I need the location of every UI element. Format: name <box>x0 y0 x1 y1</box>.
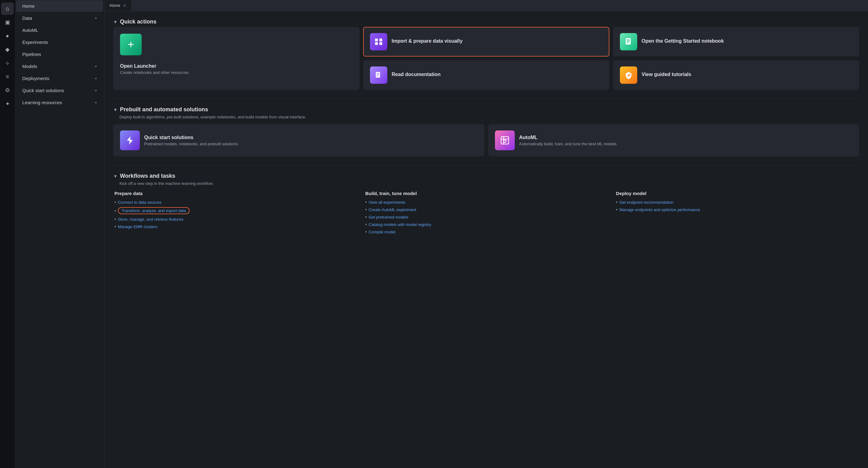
manage-endpoints-item[interactable]: Manage endpoints and optimize performanc… <box>616 207 859 212</box>
import-data-icon <box>370 33 387 51</box>
main-area: Home ✕ ▼ Quick actions + Open Launcher C… <box>104 0 868 468</box>
svg-rect-5 <box>627 40 629 40</box>
svg-rect-2 <box>375 42 378 45</box>
sidebar-item-data[interactable]: Data ▾ <box>16 12 103 24</box>
sidebar-item-home[interactable]: Home <box>16 0 103 12</box>
compile-model-item[interactable]: Compile model <box>365 229 609 234</box>
pipelines-nav-icon[interactable]: ⟡ <box>1 57 13 69</box>
quick-start-solution-card[interactable]: Quick start solutions Pretrained models,… <box>113 124 485 157</box>
deploy-model-heading: Deploy model <box>616 191 859 196</box>
quick-start-solution-desc: Pretrained models, notebooks, and prebui… <box>144 141 238 146</box>
home-nav-icon[interactable]: ⌂ <box>1 2 13 15</box>
svg-rect-1 <box>379 39 382 41</box>
build-train-col: Build, train, tune model View all experi… <box>365 191 609 237</box>
view-experiments-item[interactable]: View all experiments <box>365 200 609 205</box>
deployments-nav-icon[interactable]: ⚙ <box>1 84 13 96</box>
workflows-header: ▼ Workflows and tasks <box>113 173 859 179</box>
quick-start-solution-text: Quick start solutions Pretrained models,… <box>144 135 238 146</box>
prepare-data-col: Prepare data Connect to data sources Tra… <box>115 191 358 237</box>
svg-rect-6 <box>627 41 629 41</box>
tab-home-label: Home <box>110 3 120 8</box>
automl-solution-desc: Automatically build, train, and tune the… <box>519 141 617 146</box>
automl-solution-card[interactable]: AutoML Automatically build, train, and t… <box>488 124 859 157</box>
sidebar-item-models[interactable]: Models ▾ <box>16 61 103 72</box>
open-launcher-card[interactable]: + Open Launcher Create notebooks and oth… <box>113 27 360 90</box>
sidebar-item-pipelines-label: Pipelines <box>22 52 41 57</box>
import-data-card-text: Import & prepare data visually <box>392 38 462 45</box>
collapse-arrow-icon[interactable]: ▼ <box>113 20 118 25</box>
tab-bar: Home ✕ <box>104 0 868 11</box>
divider-2 <box>113 165 859 165</box>
connect-data-item[interactable]: Connect to data sources <box>115 200 358 205</box>
transform-data-item[interactable]: Transform, analyze, and export data <box>115 207 358 214</box>
create-automl-item[interactable]: Create AutoML experiment <box>365 207 609 212</box>
chevron-down-icon: ▾ <box>95 64 97 69</box>
quick-start-icon <box>120 130 140 150</box>
sidebar-item-learning[interactable]: Learning resources ▾ <box>16 97 103 108</box>
quick-actions-section: ▼ Quick actions + Open Launcher Create n… <box>113 19 859 90</box>
launcher-card-title: Open Launcher <box>120 63 189 69</box>
chevron-down-icon: ▾ <box>95 76 97 81</box>
launcher-icon: + <box>120 34 142 55</box>
sidebar-item-models-label: Models <box>22 64 37 69</box>
sidebar-item-pipelines[interactable]: Pipelines <box>16 48 103 60</box>
sidebar-item-experiments-label: Experiments <box>22 40 48 45</box>
quick-actions-title: Quick actions <box>120 19 157 25</box>
chevron-down-icon: ▾ <box>95 100 97 105</box>
prebuilt-section: ▼ Prebuilt and automated solutions Deplo… <box>113 106 859 157</box>
automl-solution-title: AutoML <box>519 135 617 140</box>
svg-rect-3 <box>379 42 382 45</box>
models-nav-icon[interactable]: ≡ <box>1 70 13 83</box>
endpoint-recommendation-item[interactable]: Get endpoint recommendation <box>616 200 859 205</box>
nav-sidebar: Home Data ▾ AutoML Experiments Pipelines… <box>15 0 104 468</box>
deploy-model-list: Get endpoint recommendation Manage endpo… <box>616 200 859 212</box>
get-pretrained-item[interactable]: Get pretrained models <box>365 214 609 220</box>
quick-start-solution-title: Quick start solutions <box>144 135 238 140</box>
automl-solution-text: AutoML Automatically build, train, and t… <box>519 135 617 146</box>
svg-rect-9 <box>377 73 379 74</box>
sidebar-item-learning-label: Learning resources <box>22 100 62 105</box>
prepare-data-heading: Prepare data <box>115 191 358 196</box>
svg-rect-0 <box>375 39 378 41</box>
tab-home[interactable]: Home ✕ <box>104 0 132 11</box>
divider-1 <box>113 99 859 99</box>
sidebar-item-quick-start[interactable]: Quick start solutions ▾ <box>16 85 103 96</box>
manage-emr-item[interactable]: Manage EMR clusters <box>115 224 358 229</box>
guided-tutorials-card[interactable]: View guided tutorials <box>613 60 859 90</box>
data-nav-icon[interactable]: ▣ <box>1 16 13 28</box>
getting-started-card[interactable]: Open the Getting Started notebook <box>613 27 859 57</box>
puzzle-nav-icon[interactable]: ✦ <box>1 98 13 110</box>
prebuilt-collapse-icon[interactable]: ▼ <box>113 107 118 112</box>
chevron-down-icon: ▾ <box>95 16 97 21</box>
svg-rect-8 <box>376 72 380 78</box>
catalog-models-item[interactable]: Catalog models with model registry <box>365 222 609 227</box>
store-features-item[interactable]: Store, manage, and retrieve features <box>115 217 358 222</box>
read-docs-card[interactable]: Read documentation <box>363 60 610 90</box>
prebuilt-title: Prebuilt and automated solutions <box>120 106 208 113</box>
sidebar-item-experiments[interactable]: Experiments <box>16 36 103 48</box>
gear-icon[interactable]: ◆ <box>1 43 13 56</box>
quick-actions-header: ▼ Quick actions <box>113 19 859 25</box>
read-docs-card-text: Read documentation <box>392 72 440 78</box>
sidebar-item-automl[interactable]: AutoML <box>16 25 103 36</box>
svg-point-12 <box>504 140 506 142</box>
docs-icon <box>370 66 387 84</box>
automl-nav-icon[interactable]: ● <box>1 30 13 42</box>
prebuilt-header: ▼ Prebuilt and automated solutions <box>113 106 859 113</box>
sidebar-item-deployments[interactable]: Deployments ▾ <box>16 73 103 84</box>
chevron-down-icon: ▾ <box>95 89 97 93</box>
getting-started-card-title: Open the Getting Started notebook <box>642 38 724 44</box>
guided-tutorials-card-text: View guided tutorials <box>642 72 691 78</box>
notebook-icon <box>620 33 637 51</box>
getting-started-card-text: Open the Getting Started notebook <box>642 38 724 45</box>
tutorials-icon <box>620 66 637 84</box>
solutions-grid: Quick start solutions Pretrained models,… <box>113 124 859 157</box>
svg-rect-7 <box>627 42 628 43</box>
launcher-card-desc: Create notebooks and other resources <box>120 70 189 75</box>
deploy-model-col: Deploy model Get endpoint recommendation… <box>616 191 859 237</box>
quick-actions-grid: + Open Launcher Create notebooks and oth… <box>113 27 859 90</box>
workflows-collapse-icon[interactable]: ▼ <box>113 174 118 179</box>
tab-close-button[interactable]: ✕ <box>123 3 126 8</box>
sidebar-item-data-label: Data <box>22 15 32 21</box>
import-data-card[interactable]: Import & prepare data visually <box>363 27 610 57</box>
